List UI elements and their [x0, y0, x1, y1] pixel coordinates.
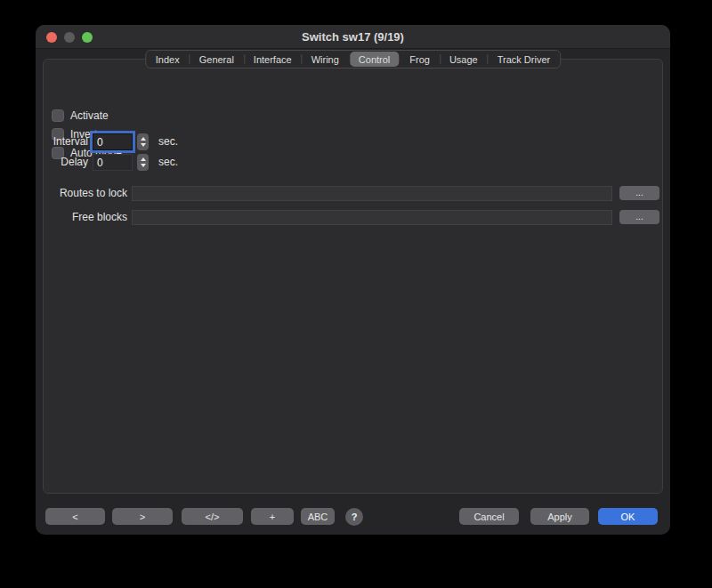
- help-button[interactable]: ?: [345, 508, 363, 526]
- back-button[interactable]: <: [45, 508, 105, 525]
- routes-to-lock-label: Routes to lock: [52, 187, 127, 199]
- tab-usage[interactable]: Usage: [440, 51, 488, 68]
- tab-wiring[interactable]: Wiring: [302, 51, 349, 68]
- dialog-window: Switch sw17 (9/19) Index General Interfa…: [36, 25, 670, 535]
- free-blocks-browse-button[interactable]: ...: [619, 210, 659, 224]
- routes-to-lock-row: Routes to lock ...: [43, 185, 663, 201]
- stepper-up-icon: [141, 157, 146, 161]
- tab-bar: Index General Interface Wiring Control F…: [145, 50, 561, 68]
- ok-button[interactable]: OK: [598, 508, 658, 525]
- abc-button[interactable]: ABC: [301, 508, 335, 525]
- title-bar[interactable]: Switch sw17 (9/19): [36, 25, 670, 49]
- forward-button[interactable]: >: [112, 508, 173, 525]
- free-blocks-label: Free blocks: [52, 211, 127, 223]
- tab-control[interactable]: Control: [350, 52, 399, 67]
- cancel-button[interactable]: Cancel: [459, 508, 519, 525]
- interval-unit: sec.: [158, 135, 178, 148]
- traffic-lights: [46, 32, 93, 43]
- tab-content-panel: [43, 59, 663, 494]
- delay-input[interactable]: [93, 154, 133, 171]
- tab-interface[interactable]: Interface: [244, 51, 302, 68]
- zoom-button[interactable]: [82, 32, 93, 43]
- interval-row: Interval sec.: [43, 133, 663, 152]
- code-button[interactable]: </>: [182, 508, 243, 525]
- tab-index[interactable]: Index: [146, 51, 190, 68]
- free-blocks-input[interactable]: [132, 210, 612, 225]
- delay-unit: sec.: [158, 156, 178, 168]
- activate-label: Activate: [70, 109, 109, 122]
- tab-general[interactable]: General: [190, 51, 244, 68]
- add-button[interactable]: +: [251, 508, 294, 525]
- delay-stepper[interactable]: [137, 154, 149, 171]
- apply-button[interactable]: Apply: [530, 508, 589, 525]
- interval-input[interactable]: [93, 133, 133, 150]
- delay-row: Delay sec.: [43, 153, 663, 173]
- close-button[interactable]: [46, 32, 57, 43]
- stepper-down-icon: [141, 164, 146, 167]
- routes-to-lock-input[interactable]: [132, 186, 612, 201]
- checkbox-row-activate: Activate: [52, 109, 109, 123]
- window-title: Switch sw17 (9/19): [36, 25, 670, 49]
- interval-stepper[interactable]: [137, 133, 149, 150]
- routes-to-lock-browse-button[interactable]: ...: [619, 186, 659, 200]
- activate-checkbox[interactable]: [52, 109, 64, 122]
- stepper-down-icon: [141, 143, 146, 147]
- tab-frog[interactable]: Frog: [400, 51, 440, 68]
- stepper-up-icon: [141, 137, 146, 141]
- delay-label: Delay: [52, 156, 88, 168]
- free-blocks-row: Free blocks ...: [43, 209, 663, 225]
- interval-label: Interval: [52, 135, 88, 148]
- tab-track-driver[interactable]: Track Driver: [488, 51, 560, 68]
- minimize-button[interactable]: [64, 32, 75, 43]
